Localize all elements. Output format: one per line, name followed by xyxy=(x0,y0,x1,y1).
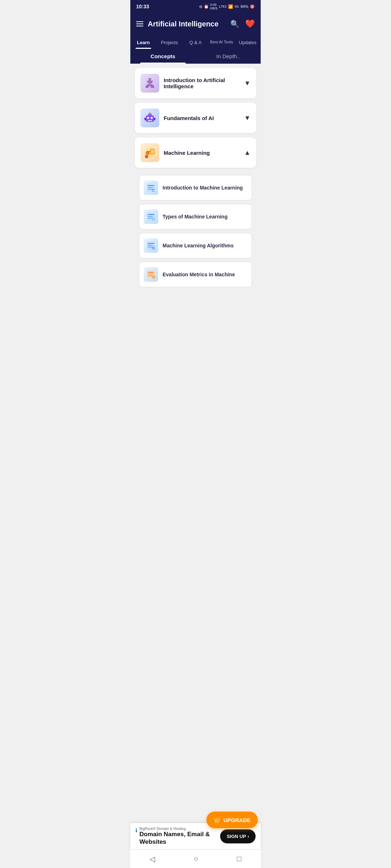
sub-item-title-ml-algorithms: Machine Learning Algorithms xyxy=(163,243,234,248)
svg-rect-17 xyxy=(151,149,154,154)
primary-nav: Learn Projects Q & A Best AI Tools Updat… xyxy=(130,35,261,49)
favorites-button[interactable]: ❤️ xyxy=(245,19,255,29)
accordion-icon-fundamentals xyxy=(140,109,159,127)
sub-item-title-eval-metrics: Evaluation Metrics in Machine xyxy=(163,272,235,277)
nav-item-ai-tools[interactable]: Best AI Tools xyxy=(209,35,235,49)
sub-item-title-types-ml: Types of Machine Learning xyxy=(163,214,227,220)
accordion-intro-ai: AI Introduction to Artificial Intelligen… xyxy=(135,68,256,98)
svg-rect-34 xyxy=(148,243,154,244)
accordion-fundamentals: Fundamentals of AI ▼ xyxy=(135,103,256,133)
chevron-up-icon-ml: ▲ xyxy=(244,149,251,157)
svg-point-14 xyxy=(149,112,151,114)
svg-point-9 xyxy=(147,117,149,119)
svg-point-2 xyxy=(147,79,149,81)
sub-item-eval-metrics[interactable]: E Evaluation Metrics in Machine xyxy=(139,262,252,287)
header-left: Artificial Intelligence xyxy=(136,20,219,28)
status-bar: 10:33 ⊖ ⏰ 0.09KB/S LTE2 📶 5G 94% 🎯 xyxy=(130,0,261,13)
svg-rect-29 xyxy=(148,216,153,217)
subnav-indepth[interactable]: In Depth.. xyxy=(196,49,261,64)
sub-item-icon-intro-ml: ML xyxy=(144,180,158,195)
svg-rect-13 xyxy=(154,118,155,120)
search-button[interactable]: 🔍 xyxy=(230,20,239,28)
svg-rect-12 xyxy=(144,118,146,120)
battery-level: 94% xyxy=(240,4,248,9)
accordion-header-fundamentals[interactable]: Fundamentals of AI ▼ xyxy=(135,103,256,133)
svg-rect-11 xyxy=(148,120,152,121)
svg-rect-23 xyxy=(148,187,153,188)
sub-item-ml-algorithms[interactable]: A Machine Learning Algorithms xyxy=(139,233,252,258)
svg-text:A: A xyxy=(153,247,155,249)
sub-item-title-intro-ml: Introduction to Machine Learning xyxy=(163,185,243,191)
chevron-down-icon-intro-ai: ▼ xyxy=(244,80,251,87)
sub-item-icon-types-ml: T xyxy=(144,209,158,224)
svg-point-10 xyxy=(151,117,153,119)
data-speed-icon: 0.09KB/S xyxy=(210,3,218,10)
5g-icon: 5G xyxy=(235,5,239,8)
header-right: 🔍 ❤️ xyxy=(230,19,255,29)
accordion-title-intro-ai: Introduction to Artificial Intelligence xyxy=(164,77,240,89)
svg-rect-8 xyxy=(148,114,152,116)
accordion-title-fundamentals: Fundamentals of AI xyxy=(164,115,240,121)
status-time: 10:33 xyxy=(136,4,149,9)
nav-item-learn[interactable]: Learn xyxy=(130,35,156,49)
sub-item-icon-ml-algorithms: A xyxy=(144,238,158,253)
status-icons: ⊖ ⏰ 0.09KB/S LTE2 📶 5G 94% 🎯 xyxy=(199,3,255,10)
svg-text:AI: AI xyxy=(148,86,151,88)
accordion-title-ml: Machine Learning xyxy=(164,150,240,156)
page-title: Artificial Intelligence xyxy=(148,20,219,28)
nav-item-qa[interactable]: Q & A xyxy=(182,35,209,49)
do-not-disturb-icon: ⊖ xyxy=(199,4,202,9)
alarm-icon: ⏰ xyxy=(204,4,209,9)
nav-item-projects[interactable]: Projects xyxy=(156,35,182,49)
svg-rect-4 xyxy=(146,86,147,88)
subnav-concepts[interactable]: Concepts xyxy=(130,49,196,64)
sub-item-types-ml[interactable]: T Types of Machine Learning xyxy=(139,204,252,229)
svg-rect-22 xyxy=(148,185,154,186)
svg-rect-41 xyxy=(148,274,153,275)
svg-point-0 xyxy=(147,78,153,84)
svg-text:T: T xyxy=(153,218,154,220)
accordion-header-intro-ai[interactable]: AI Introduction to Artificial Intelligen… xyxy=(135,68,256,98)
secondary-nav: Concepts In Depth.. xyxy=(130,49,261,64)
svg-rect-19 xyxy=(145,155,148,158)
app-header: Artificial Intelligence 🔍 ❤️ xyxy=(130,13,261,35)
svg-text:E: E xyxy=(153,276,154,278)
accordion-header-ml[interactable]: Machine Learning ▲ xyxy=(135,137,256,168)
svg-text:ML: ML xyxy=(153,189,156,191)
accordion-ml: Machine Learning ▲ xyxy=(135,137,256,168)
svg-rect-35 xyxy=(148,245,153,246)
ml-sub-items: ML Introduction to Machine Learning T Ty… xyxy=(135,172,256,292)
battery-icon: 🎯 xyxy=(250,4,255,9)
sub-item-icon-eval-metrics: E xyxy=(144,267,158,282)
nav-item-updates[interactable]: Updates xyxy=(235,35,261,49)
svg-rect-5 xyxy=(153,86,154,88)
menu-button[interactable] xyxy=(136,21,143,26)
chevron-down-icon-fundamentals: ▼ xyxy=(244,114,251,122)
main-content: AI Introduction to Artificial Intelligen… xyxy=(130,64,261,389)
svg-rect-40 xyxy=(148,272,154,273)
accordion-icon-ml xyxy=(140,143,159,162)
lte-icon: LTE2 xyxy=(219,5,227,8)
sub-item-intro-ml[interactable]: ML Introduction to Machine Learning xyxy=(139,175,252,200)
svg-point-3 xyxy=(151,79,152,81)
signal-icon: 📶 xyxy=(228,4,233,9)
accordion-icon-intro-ai: AI xyxy=(140,74,159,93)
svg-rect-28 xyxy=(148,214,154,215)
